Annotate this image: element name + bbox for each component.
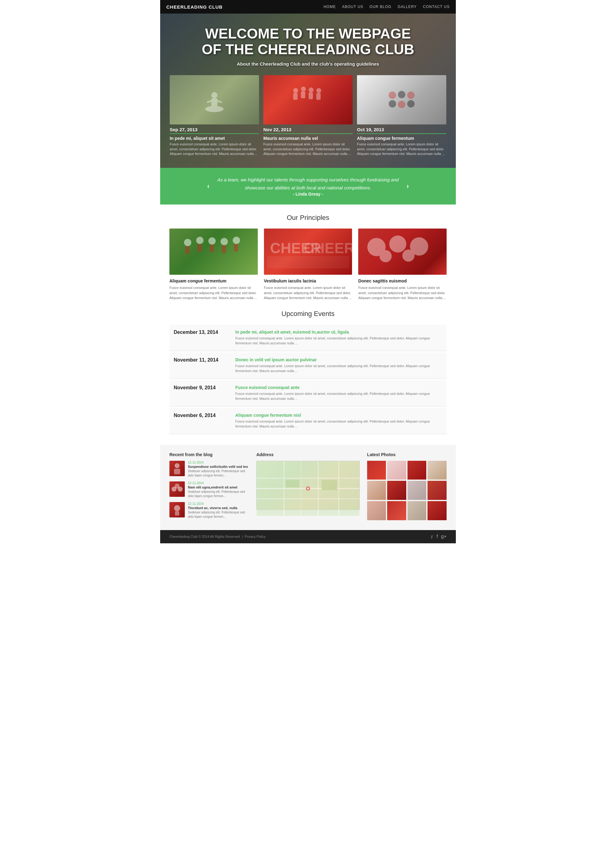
principle-text-2: Fusce euismod consequat ante. Lorem ipsu… bbox=[264, 285, 352, 301]
svg-rect-24 bbox=[185, 246, 189, 254]
event-content-2: Donec in velit vel ipsum auctor pulvinar… bbox=[235, 357, 442, 373]
blog-item-2: 12-11-2014 Nam elit ugna,endrerit sit am… bbox=[169, 481, 249, 498]
svg-point-42 bbox=[174, 505, 180, 511]
svg-point-21 bbox=[208, 238, 216, 245]
photo-2[interactable] bbox=[387, 461, 406, 480]
blog-item-title-1[interactable]: Suspendisse sollicitudin velit sed leo bbox=[188, 465, 249, 468]
photo-4[interactable] bbox=[427, 461, 447, 480]
blog-item-content-2: 12-11-2014 Nam elit ugna,endrerit sit am… bbox=[188, 481, 249, 498]
hero-card-text-3: Fusce euismod consequat ante. Lorem ipsu… bbox=[357, 142, 446, 156]
quote-next-button[interactable]: › bbox=[406, 182, 409, 190]
hero-title: WELCOME TO THE WEBPAGE OF THE CHEERLEADI… bbox=[200, 26, 416, 57]
svg-rect-52 bbox=[286, 480, 299, 487]
event-content-4: Aliquam congue fermentum nisl Fusce euis… bbox=[235, 413, 442, 429]
hero-card-2: Nov 22, 2013 Mauris accumsan nulla vel F… bbox=[263, 75, 353, 156]
social-icons: 𝕣 f g+ bbox=[431, 534, 447, 540]
svg-point-15 bbox=[407, 91, 415, 99]
svg-point-7 bbox=[309, 87, 313, 92]
hero-card-image-3[interactable] bbox=[357, 75, 446, 124]
hero-card-text-2: Fusce euismod consequat ante. Lorem ipsu… bbox=[263, 142, 353, 156]
principle-image-1[interactable] bbox=[169, 229, 258, 275]
quote-prev-button[interactable]: ‹ bbox=[207, 182, 210, 190]
svg-rect-53 bbox=[322, 480, 337, 490]
svg-point-6 bbox=[301, 87, 306, 91]
hero-card-image-2[interactable] bbox=[263, 75, 353, 124]
blog-thumb-2[interactable] bbox=[169, 481, 185, 497]
photo-10[interactable] bbox=[387, 501, 406, 520]
facebook-icon[interactable]: f bbox=[436, 534, 438, 539]
principle-image-2[interactable]: CHEER CHEER bbox=[264, 229, 352, 275]
svg-point-23 bbox=[233, 237, 240, 244]
event-title-4[interactable]: Aliquam congue fermentum nisl bbox=[235, 413, 442, 418]
nav-blog[interactable]: OUR BLOG bbox=[369, 4, 391, 9]
hero-card-title-2: Mauris accumsan nulla vel bbox=[263, 136, 353, 141]
svg-point-22 bbox=[220, 238, 228, 245]
photo-11[interactable] bbox=[408, 501, 427, 520]
event-date-2: November 11, 2014 bbox=[174, 357, 235, 363]
googleplus-icon[interactable]: g+ bbox=[441, 534, 447, 539]
blog-item-content-3: 12-11-2014 Tincidunt ac, viverra sed, nu… bbox=[188, 502, 249, 519]
nav-about[interactable]: ABOUT US bbox=[342, 4, 363, 9]
blog-item-date-3: 12-11-2014 bbox=[188, 502, 249, 505]
event-desc-1: Fusce euismod consequat ante. Lorem ipsu… bbox=[235, 336, 442, 346]
svg-text:CHEER: CHEER bbox=[303, 240, 352, 256]
photo-1[interactable] bbox=[367, 461, 386, 480]
principle-image-3[interactable] bbox=[358, 229, 447, 275]
event-title-1[interactable]: In pede mi, aliquet sit amet, euismod in… bbox=[235, 329, 442, 335]
nav-contact[interactable]: CONTACT US bbox=[423, 4, 450, 9]
hero-card-text-1: Fusce euismod consequat ante. Lorem ipsu… bbox=[170, 142, 259, 156]
nav-home[interactable]: HOME bbox=[324, 4, 336, 9]
photo-6[interactable] bbox=[387, 481, 406, 500]
blog-thumb-1[interactable] bbox=[169, 461, 185, 476]
svg-point-55 bbox=[307, 487, 309, 489]
footer-address-title: Address bbox=[256, 452, 360, 457]
svg-point-2 bbox=[211, 92, 217, 98]
blog-item-1: 12-11-2014 Suspendisse sollicitudin veli… bbox=[169, 461, 249, 478]
hero-section: WELCOME TO THE WEBPAGE OF THE CHEERLEADI… bbox=[160, 13, 456, 168]
quote-banner: ‹ As a team, we highlight our talents th… bbox=[160, 168, 456, 205]
hero-card-3: Oct 19, 2013 Aliquam congue fermentum Fu… bbox=[357, 75, 446, 156]
quote-text: As a team, we highlight our talents thro… bbox=[216, 176, 400, 192]
hero-content: WELCOME TO THE WEBPAGE OF THE CHEERLEADI… bbox=[200, 26, 416, 75]
principle-card-3: Donec sagittis euismod Fusce euismod con… bbox=[358, 229, 447, 301]
nav-gallery[interactable]: GALLERY bbox=[397, 4, 417, 9]
svg-rect-9 bbox=[293, 93, 297, 100]
footer-photos-title: Latest Photos bbox=[367, 452, 447, 457]
svg-point-41 bbox=[174, 484, 180, 488]
svg-point-35 bbox=[380, 250, 392, 263]
photo-9[interactable] bbox=[367, 501, 386, 520]
hero-card-image-1[interactable] bbox=[170, 75, 259, 124]
photo-12[interactable] bbox=[427, 501, 447, 520]
svg-point-13 bbox=[389, 91, 396, 99]
event-title-3[interactable]: Fusce euismod consequat ante bbox=[235, 385, 442, 390]
photo-3[interactable] bbox=[408, 461, 427, 480]
blog-item-title-2[interactable]: Nam elit ugna,endrerit sit amet bbox=[188, 485, 249, 489]
blog-thumb-3[interactable] bbox=[169, 502, 185, 518]
quote-author: - Linda Greay - bbox=[216, 192, 400, 196]
event-desc-4: Fusce euismod consequat ante. Lorem ipsu… bbox=[235, 419, 442, 429]
hero-card-title-1: In pede mi, aliquet sit amet bbox=[170, 136, 259, 141]
twitter-icon[interactable]: 𝕣 bbox=[431, 534, 433, 540]
blog-item-title-3[interactable]: Tincidunt ac, viverra sed, nulla bbox=[188, 506, 249, 510]
event-desc-3: Fusce euismod consequat ante. Lorem ipsu… bbox=[235, 391, 442, 401]
hero-subtitle: About the Cheerleading Club and the club… bbox=[200, 61, 416, 66]
svg-rect-11 bbox=[309, 92, 313, 99]
photo-8[interactable] bbox=[427, 481, 447, 500]
svg-rect-10 bbox=[301, 91, 305, 98]
map-placeholder[interactable] bbox=[256, 461, 360, 510]
footer-top: Recent from the blog 12-11-2014 Suspendi… bbox=[160, 445, 456, 530]
photo-5[interactable] bbox=[367, 481, 386, 500]
events-section: Upcoming Events December 13, 2014 In ped… bbox=[169, 310, 447, 434]
quote-content: As a team, we highlight our talents thro… bbox=[216, 176, 400, 196]
privacy-policy-link[interactable]: Privacy Policy bbox=[245, 535, 266, 539]
svg-point-19 bbox=[184, 239, 191, 246]
event-date-4: November 6, 2014 bbox=[174, 413, 235, 418]
event-content-3: Fusce euismod consequat ante Fusce euism… bbox=[235, 385, 442, 401]
photo-7[interactable] bbox=[408, 481, 427, 500]
svg-point-18 bbox=[407, 100, 415, 108]
event-title-2[interactable]: Donec in velit vel ipsum auctor pulvinar bbox=[235, 357, 442, 362]
principle-text-3: Fusce euismod consequat ante. Lorem ipsu… bbox=[358, 285, 447, 301]
site-header: CHEERLEADING CLUB HOME ABOUT US OUR BLOG… bbox=[160, 0, 456, 13]
hero-card-date-3: Oct 19, 2013 bbox=[357, 127, 446, 134]
principles-grid: Aliquam congue fermentum Fusce euismod c… bbox=[169, 229, 447, 301]
